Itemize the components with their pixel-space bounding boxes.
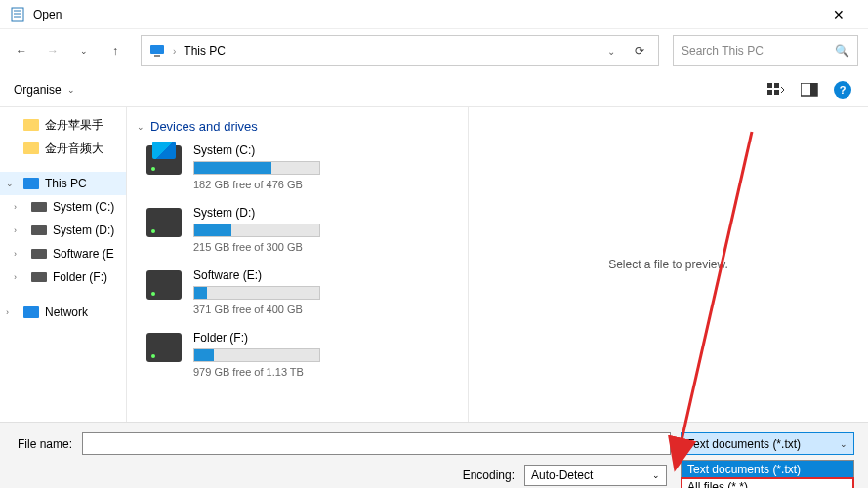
up-button[interactable]: ↑ [103,39,127,62]
sidebar-item-label: 金舟苹果手 [45,117,103,134]
recent-chevron-icon[interactable]: ⌄ [72,39,96,62]
drive-free-text: 215 GB free of 300 GB [193,241,468,253]
svg-rect-7 [774,83,779,88]
svg-rect-9 [774,90,779,95]
drive-icon [146,208,182,237]
drive-name: Folder (F:) [193,331,468,345]
sidebar-drive[interactable]: ›Software (E [0,242,126,265]
expander-icon[interactable]: › [14,225,17,235]
window-title: Open [33,8,819,21]
address-bar[interactable]: › This PC ⌄ ⟳ [141,35,659,66]
back-button[interactable]: ← [10,39,33,62]
filetype-dropdown: Text documents (*.txt) All files (*.*) [681,460,854,488]
chevron-down-icon: ⌄ [840,439,847,449]
sidebar-item-label: This PC [45,177,87,190]
drive-free-text: 182 GB free of 476 GB [193,179,468,190]
encoding-select[interactable]: Auto-Detect ⌄ [524,465,667,486]
svg-rect-6 [767,83,772,88]
drive-icon [31,225,47,235]
chevron-down-icon: ⌄ [67,85,75,95]
drive-usage-bar [193,348,320,362]
view-options-button[interactable] [765,78,788,102]
encoding-label: Encoding: [463,468,515,482]
app-icon [10,7,25,22]
filename-input[interactable] [82,432,671,455]
drive-free-text: 371 GB free of 400 GB [193,304,468,315]
preview-text: Select a file to preview. [608,258,728,271]
drive-icon [31,249,47,259]
footer: File name: Text documents (*.txt) ⌄ Enco… [0,422,868,488]
address-dropdown-icon[interactable]: ⌄ [601,46,621,57]
sidebar-drive[interactable]: ›System (C:) [0,195,126,219]
drive-icon [146,333,182,362]
sidebar-drive[interactable]: ›System (D:) [0,219,126,242]
pc-icon [23,178,39,189]
drive-usage-bar [193,286,320,300]
folder-icon [23,142,39,154]
close-button[interactable]: ✕ [819,7,858,22]
sidebar-network[interactable]: ›Network [0,301,126,324]
refresh-button[interactable]: ⟳ [629,44,650,58]
filename-label: File name: [14,437,72,451]
drive-item[interactable]: System (C:) 182 GB free of 476 GB [137,143,468,190]
encoding-value: Auto-Detect [531,468,593,482]
help-button[interactable]: ? [831,78,854,102]
network-icon [23,306,39,318]
drive-usage-bar [193,224,320,237]
toolbar: Organise ⌄ ? [0,72,868,107]
drive-icon [31,202,47,212]
drive-usage-bar [193,161,320,175]
help-icon: ? [834,81,851,99]
filetype-option[interactable]: Text documents (*.txt) [682,461,853,478]
svg-rect-5 [154,55,160,57]
nav-bar: ← → ⌄ ↑ › This PC ⌄ ⟳ Search This PC 🔍 [0,29,868,72]
expander-icon[interactable]: ⌄ [6,179,14,188]
filetype-option-all[interactable]: All files (*.*) [682,478,853,488]
sidebar-drive[interactable]: ›Folder (F:) [0,265,126,289]
drive-icon [31,272,47,282]
filetype-selected: Text documents (*.txt) [687,437,801,451]
drive-item[interactable]: Software (E:) 371 GB free of 400 GB [137,268,468,315]
sidebar-item-label: Software (E [53,247,114,261]
drive-icon [146,270,182,300]
section-label: Devices and drives [150,119,258,134]
sidebar: 金舟苹果手 金舟音频大 ⌄This PC ›System (C:) ›Syste… [0,107,127,422]
svg-rect-0 [12,8,23,21]
drive-icon [146,145,182,175]
sidebar-this-pc[interactable]: ⌄This PC [0,172,126,195]
preview-pane: Select a file to preview. [468,107,868,422]
section-devices[interactable]: ⌄ Devices and drives [137,119,468,134]
expander-icon[interactable]: › [6,307,9,317]
organise-label: Organise [14,83,62,97]
expander-icon[interactable]: › [14,202,17,212]
chevron-down-icon: ⌄ [137,122,145,132]
sidebar-item-label: System (C:) [53,200,114,214]
sidebar-item-label: Folder (F:) [53,270,107,284]
expander-icon[interactable]: › [14,249,17,259]
folder-icon [23,119,39,131]
forward-button[interactable]: → [41,39,64,62]
pc-icon [149,43,165,59]
drive-name: Software (E:) [193,268,468,282]
file-list: ⌄ Devices and drives System (C:) 182 GB … [127,107,468,422]
address-location: This PC [184,44,226,58]
drive-item[interactable]: Folder (F:) 979 GB free of 1.13 TB [137,331,468,378]
svg-rect-8 [767,90,772,95]
chevron-right-icon: › [173,46,176,57]
search-placeholder: Search This PC [682,44,835,58]
filetype-select[interactable]: Text documents (*.txt) ⌄ [681,432,854,455]
sidebar-folder[interactable]: 金舟苹果手 [0,113,126,137]
sidebar-folder[interactable]: 金舟音频大 [0,137,126,160]
preview-pane-button[interactable] [798,78,821,102]
drive-name: System (D:) [193,206,468,220]
expander-icon[interactable]: › [14,272,17,282]
sidebar-item-label: 金舟音频大 [45,141,103,157]
title-bar: Open ✕ [0,0,868,29]
search-icon: 🔍 [835,44,849,58]
drive-item[interactable]: System (D:) 215 GB free of 300 GB [137,206,468,253]
drive-free-text: 979 GB free of 1.13 TB [193,366,468,378]
search-input[interactable]: Search This PC 🔍 [673,35,858,66]
svg-rect-11 [810,83,817,96]
svg-rect-4 [150,45,164,54]
organise-button[interactable]: Organise ⌄ [14,83,75,97]
